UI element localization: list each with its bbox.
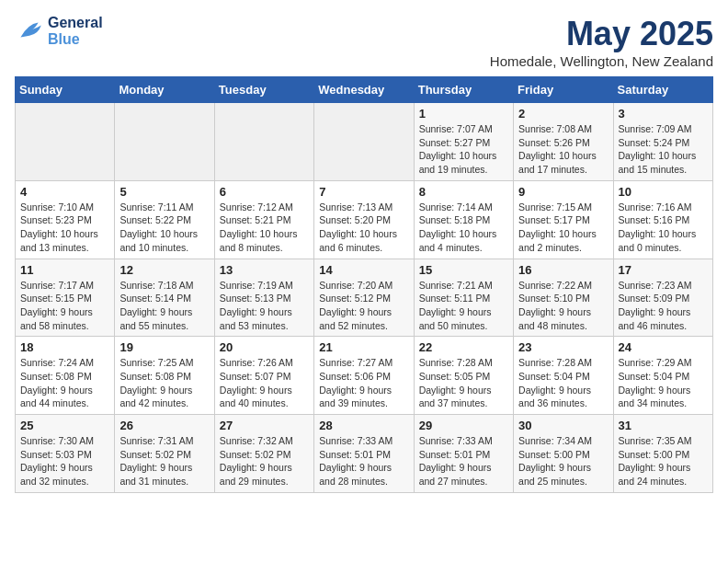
day-info: Sunrise: 7:13 AM Sunset: 5:20 PM Dayligh… <box>319 201 408 255</box>
logo: General Blue <box>15 15 103 47</box>
calendar-cell: 23Sunrise: 7:28 AM Sunset: 5:04 PM Dayli… <box>514 337 613 415</box>
day-info: Sunrise: 7:28 AM Sunset: 5:04 PM Dayligh… <box>518 356 608 410</box>
logo-icon <box>15 17 44 46</box>
weekday-header-monday: Monday <box>115 77 214 103</box>
weekday-header-saturday: Saturday <box>613 77 712 103</box>
month-title: May 2025 <box>490 15 713 53</box>
day-number: 13 <box>220 263 309 277</box>
calendar-cell: 12Sunrise: 7:18 AM Sunset: 5:14 PM Dayli… <box>115 259 214 337</box>
day-number: 29 <box>419 419 508 432</box>
day-info: Sunrise: 7:32 AM Sunset: 5:02 PM Dayligh… <box>220 434 309 488</box>
calendar-week-5: 25Sunrise: 7:30 AM Sunset: 5:03 PM Dayli… <box>16 415 713 493</box>
day-info: Sunrise: 7:08 AM Sunset: 5:26 PM Dayligh… <box>518 122 608 177</box>
weekday-header-tuesday: Tuesday <box>214 77 313 103</box>
day-number: 2 <box>518 107 608 121</box>
day-info: Sunrise: 7:27 AM Sunset: 5:06 PM Dayligh… <box>319 356 408 410</box>
calendar-week-4: 18Sunrise: 7:24 AM Sunset: 5:08 PM Dayli… <box>16 337 713 415</box>
day-info: Sunrise: 7:21 AM Sunset: 5:11 PM Dayligh… <box>419 279 508 333</box>
day-info: Sunrise: 7:26 AM Sunset: 5:07 PM Dayligh… <box>220 356 309 410</box>
day-number: 5 <box>119 185 209 199</box>
calendar-week-2: 4Sunrise: 7:10 AM Sunset: 5:23 PM Daylig… <box>16 180 713 259</box>
day-info: Sunrise: 7:33 AM Sunset: 5:01 PM Dayligh… <box>419 434 508 488</box>
calendar-cell: 14Sunrise: 7:20 AM Sunset: 5:12 PM Dayli… <box>314 259 414 337</box>
day-info: Sunrise: 7:12 AM Sunset: 5:21 PM Dayligh… <box>220 201 309 255</box>
day-info: Sunrise: 7:29 AM Sunset: 5:04 PM Dayligh… <box>619 356 708 410</box>
calendar-cell: 11Sunrise: 7:17 AM Sunset: 5:15 PM Dayli… <box>16 259 115 337</box>
day-info: Sunrise: 7:30 AM Sunset: 5:03 PM Dayligh… <box>20 434 109 488</box>
day-info: Sunrise: 7:16 AM Sunset: 5:16 PM Dayligh… <box>619 201 708 255</box>
day-number: 21 <box>319 340 408 354</box>
day-info: Sunrise: 7:33 AM Sunset: 5:01 PM Dayligh… <box>319 434 408 488</box>
calendar-cell: 16Sunrise: 7:22 AM Sunset: 5:10 PM Dayli… <box>514 259 613 337</box>
calendar-cell: 20Sunrise: 7:26 AM Sunset: 5:07 PM Dayli… <box>214 337 313 415</box>
calendar-cell: 30Sunrise: 7:34 AM Sunset: 5:00 PM Dayli… <box>514 415 613 493</box>
day-info: Sunrise: 7:18 AM Sunset: 5:14 PM Dayligh… <box>119 279 209 333</box>
calendar-cell <box>16 103 115 181</box>
day-number: 19 <box>119 340 209 354</box>
day-number: 10 <box>619 185 708 199</box>
weekday-header-wednesday: Wednesday <box>314 77 414 103</box>
day-info: Sunrise: 7:25 AM Sunset: 5:08 PM Dayligh… <box>119 356 209 410</box>
day-number: 20 <box>220 340 309 354</box>
day-number: 9 <box>518 185 608 199</box>
day-number: 15 <box>419 263 508 277</box>
calendar-cell: 8Sunrise: 7:14 AM Sunset: 5:18 PM Daylig… <box>414 180 513 259</box>
weekday-header-thursday: Thursday <box>414 77 513 103</box>
calendar-cell: 27Sunrise: 7:32 AM Sunset: 5:02 PM Dayli… <box>214 415 313 493</box>
title-block: May 2025 Homedale, Wellington, New Zeala… <box>490 15 713 69</box>
day-info: Sunrise: 7:31 AM Sunset: 5:02 PM Dayligh… <box>119 434 209 488</box>
calendar-cell: 22Sunrise: 7:28 AM Sunset: 5:05 PM Dayli… <box>414 337 513 415</box>
day-info: Sunrise: 7:07 AM Sunset: 5:27 PM Dayligh… <box>419 122 508 177</box>
calendar-cell: 10Sunrise: 7:16 AM Sunset: 5:16 PM Dayli… <box>613 180 712 259</box>
day-number: 23 <box>518 340 608 354</box>
day-number: 17 <box>619 263 708 277</box>
day-info: Sunrise: 7:22 AM Sunset: 5:10 PM Dayligh… <box>518 279 608 333</box>
day-info: Sunrise: 7:17 AM Sunset: 5:15 PM Dayligh… <box>20 279 109 333</box>
day-info: Sunrise: 7:28 AM Sunset: 5:05 PM Dayligh… <box>419 356 508 410</box>
calendar-cell: 18Sunrise: 7:24 AM Sunset: 5:08 PM Dayli… <box>16 337 115 415</box>
logo-text-general: General <box>48 15 103 31</box>
day-number: 31 <box>619 419 708 432</box>
calendar-cell: 15Sunrise: 7:21 AM Sunset: 5:11 PM Dayli… <box>414 259 513 337</box>
calendar-cell: 7Sunrise: 7:13 AM Sunset: 5:20 PM Daylig… <box>314 180 414 259</box>
day-number: 1 <box>419 107 508 121</box>
day-number: 26 <box>119 419 209 432</box>
day-number: 16 <box>518 263 608 277</box>
day-info: Sunrise: 7:14 AM Sunset: 5:18 PM Dayligh… <box>419 201 508 255</box>
day-number: 27 <box>220 419 309 432</box>
day-info: Sunrise: 7:10 AM Sunset: 5:23 PM Dayligh… <box>20 201 109 255</box>
day-info: Sunrise: 7:11 AM Sunset: 5:22 PM Dayligh… <box>119 201 209 255</box>
calendar-table: SundayMondayTuesdayWednesdayThursdayFrid… <box>15 76 713 493</box>
calendar-cell: 5Sunrise: 7:11 AM Sunset: 5:22 PM Daylig… <box>115 180 214 259</box>
day-number: 24 <box>619 340 708 354</box>
day-number: 22 <box>419 340 508 354</box>
calendar-cell: 21Sunrise: 7:27 AM Sunset: 5:06 PM Dayli… <box>314 337 414 415</box>
calendar-cell: 6Sunrise: 7:12 AM Sunset: 5:21 PM Daylig… <box>214 180 313 259</box>
calendar-week-1: 1Sunrise: 7:07 AM Sunset: 5:27 PM Daylig… <box>16 103 713 181</box>
calendar-header-row: SundayMondayTuesdayWednesdayThursdayFrid… <box>16 77 713 103</box>
calendar-cell: 4Sunrise: 7:10 AM Sunset: 5:23 PM Daylig… <box>16 180 115 259</box>
calendar-cell: 3Sunrise: 7:09 AM Sunset: 5:24 PM Daylig… <box>613 103 712 181</box>
day-number: 30 <box>518 419 608 432</box>
calendar-cell: 1Sunrise: 7:07 AM Sunset: 5:27 PM Daylig… <box>414 103 513 181</box>
day-number: 8 <box>419 185 508 199</box>
calendar-cell: 31Sunrise: 7:35 AM Sunset: 5:00 PM Dayli… <box>613 415 712 493</box>
day-number: 7 <box>319 185 408 199</box>
day-info: Sunrise: 7:35 AM Sunset: 5:00 PM Dayligh… <box>619 434 708 488</box>
day-number: 4 <box>20 185 109 199</box>
day-info: Sunrise: 7:09 AM Sunset: 5:24 PM Dayligh… <box>619 122 708 177</box>
day-number: 25 <box>20 419 109 432</box>
day-number: 12 <box>119 263 209 277</box>
logo-text-blue: Blue <box>48 31 103 48</box>
day-number: 6 <box>220 185 309 199</box>
day-info: Sunrise: 7:24 AM Sunset: 5:08 PM Dayligh… <box>20 356 109 410</box>
day-info: Sunrise: 7:34 AM Sunset: 5:00 PM Dayligh… <box>518 434 608 488</box>
calendar-week-3: 11Sunrise: 7:17 AM Sunset: 5:15 PM Dayli… <box>16 259 713 337</box>
calendar-cell: 2Sunrise: 7:08 AM Sunset: 5:26 PM Daylig… <box>514 103 613 181</box>
page-header: General Blue May 2025 Homedale, Wellingt… <box>15 15 713 69</box>
calendar-cell: 24Sunrise: 7:29 AM Sunset: 5:04 PM Dayli… <box>613 337 712 415</box>
day-number: 18 <box>20 340 109 354</box>
day-info: Sunrise: 7:15 AM Sunset: 5:17 PM Dayligh… <box>518 201 608 255</box>
day-number: 28 <box>319 419 408 432</box>
location-title: Homedale, Wellington, New Zealand <box>490 53 713 69</box>
